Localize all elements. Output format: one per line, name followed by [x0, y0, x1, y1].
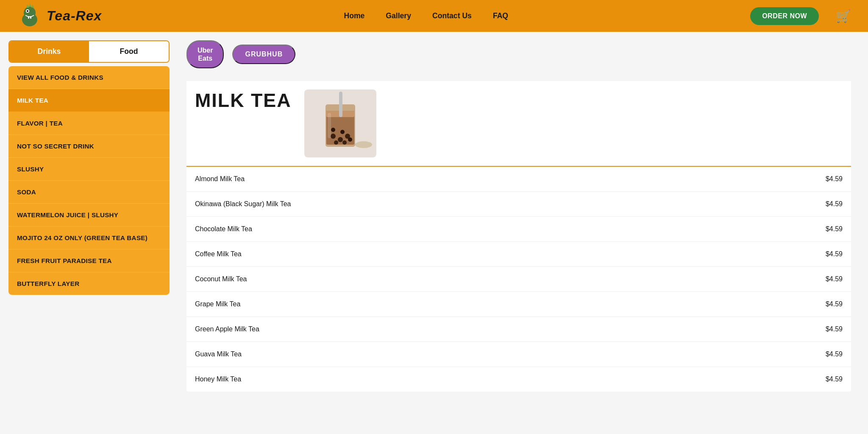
item-price: $4.59 [826, 250, 843, 258]
nav-gallery[interactable]: Gallery [386, 11, 411, 20]
table-row[interactable]: Chocolate Milk Tea $4.59 [186, 217, 851, 242]
section-title: MILK TEA [195, 90, 292, 111]
item-name: Coffee Milk Tea [195, 250, 242, 258]
sidebar: Drinks Food VIEW ALL FOOD & DRINKS MILK … [0, 32, 170, 434]
svg-point-23 [355, 141, 372, 148]
svg-rect-4 [28, 16, 29, 19]
svg-point-3 [27, 10, 28, 12]
svg-rect-21 [339, 92, 342, 117]
item-name: Chocolate Milk Tea [195, 225, 252, 233]
items-list: Almond Milk Tea $4.59 Okinawa (Black Sug… [186, 167, 851, 392]
svg-point-16 [334, 140, 338, 145]
svg-point-14 [338, 137, 343, 142]
svg-marker-6 [26, 4, 29, 8]
menu-list: VIEW ALL FOOD & DRINKS MILK TEA FLAVOR |… [8, 66, 170, 295]
table-row[interactable]: Honey Milk Tea $4.59 [186, 367, 851, 392]
item-name: Coconut Milk Tea [195, 275, 247, 283]
sidebar-item-fresh-fruit[interactable]: FRESH FRUIT PARADISE TEA [8, 249, 170, 272]
item-name: Honey Milk Tea [195, 375, 241, 383]
item-name: Okinawa (Black Sugar) Milk Tea [195, 200, 291, 208]
milk-tea-image [304, 90, 376, 157]
tab-switcher: Drinks Food [8, 40, 170, 63]
svg-point-19 [340, 130, 345, 134]
grubhub-badge[interactable]: GRUBHUB [232, 45, 295, 64]
svg-rect-5 [30, 16, 31, 19]
delivery-badges: UberEats GRUBHUB [186, 40, 851, 68]
main-content: Drinks Food VIEW ALL FOOD & DRINKS MILK … [0, 32, 868, 434]
item-price: $4.59 [826, 300, 843, 308]
item-name: Green Apple Milk Tea [195, 325, 259, 333]
svg-point-18 [331, 128, 335, 132]
item-price: $4.59 [826, 200, 843, 208]
table-row[interactable]: Grape Milk Tea $4.59 [186, 292, 851, 317]
item-price: $4.59 [826, 325, 843, 333]
table-row[interactable]: Okinawa (Black Sugar) Milk Tea $4.59 [186, 192, 851, 217]
item-name: Almond Milk Tea [195, 175, 245, 183]
section-top: MILK TEA [195, 90, 376, 157]
sidebar-item-butterfly[interactable]: BUTTERFLY LAYER [8, 272, 170, 295]
svg-point-17 [342, 140, 347, 145]
svg-point-13 [331, 134, 336, 139]
item-price: $4.59 [826, 275, 843, 283]
table-row[interactable]: Coffee Milk Tea $4.59 [186, 242, 851, 267]
tab-food[interactable]: Food [89, 41, 169, 62]
sidebar-item-watermelon[interactable]: WATERMELON JUICE | SLUSHY [8, 204, 170, 227]
item-price: $4.59 [826, 350, 843, 358]
section-header-area: MILK TEA [186, 81, 851, 167]
nav-faq[interactable]: FAQ [493, 11, 508, 20]
cart-icon[interactable]: 🛒 [836, 9, 851, 23]
svg-marker-7 [29, 3, 31, 7]
table-row[interactable]: Coconut Milk Tea $4.59 [186, 267, 851, 292]
table-row[interactable]: Almond Milk Tea $4.59 [186, 167, 851, 192]
header: Tea-Rex Home Gallery Contact Us FAQ ORDE… [0, 0, 868, 32]
header-right: ORDER NOW 🛒 [750, 7, 851, 25]
logo[interactable]: Tea-Rex [17, 3, 102, 29]
sidebar-item-flavor-tea[interactable]: FLAVOR | TEA [8, 112, 170, 135]
item-price: $4.59 [826, 175, 843, 183]
tab-drinks[interactable]: Drinks [9, 41, 89, 62]
sidebar-item-slushy[interactable]: SLUSHY [8, 158, 170, 181]
item-name: Guava Milk Tea [195, 350, 242, 358]
table-row[interactable]: Guava Milk Tea $4.59 [186, 342, 851, 367]
item-name: Grape Milk Tea [195, 300, 240, 308]
uber-eats-badge[interactable]: UberEats [186, 40, 224, 68]
nav-contact[interactable]: Contact Us [432, 11, 472, 20]
right-panel: UberEats GRUBHUB MILK TEA [170, 32, 868, 434]
order-now-button[interactable]: ORDER NOW [750, 7, 819, 25]
table-row[interactable]: Green Apple Milk Tea $4.59 [186, 317, 851, 342]
sidebar-item-soda[interactable]: SODA [8, 181, 170, 204]
nav-home[interactable]: Home [344, 11, 364, 20]
sidebar-item-mojito[interactable]: MOJITO 24 OZ ONLY (GREEN TEA BASE) [8, 227, 170, 249]
sidebar-item-view-all[interactable]: VIEW ALL FOOD & DRINKS [8, 66, 170, 89]
sidebar-item-not-so-secret[interactable]: NOT SO SECRET DRINK [8, 135, 170, 158]
logo-text: Tea-Rex [47, 8, 102, 24]
logo-icon [17, 3, 42, 29]
sidebar-item-milk-tea[interactable]: MILK TEA [8, 89, 170, 112]
svg-point-20 [348, 137, 352, 142]
svg-rect-22 [328, 113, 331, 138]
item-price: $4.59 [826, 225, 843, 233]
svg-marker-8 [31, 5, 34, 8]
nav: Home Gallery Contact Us FAQ [344, 11, 508, 20]
item-price: $4.59 [826, 375, 843, 383]
